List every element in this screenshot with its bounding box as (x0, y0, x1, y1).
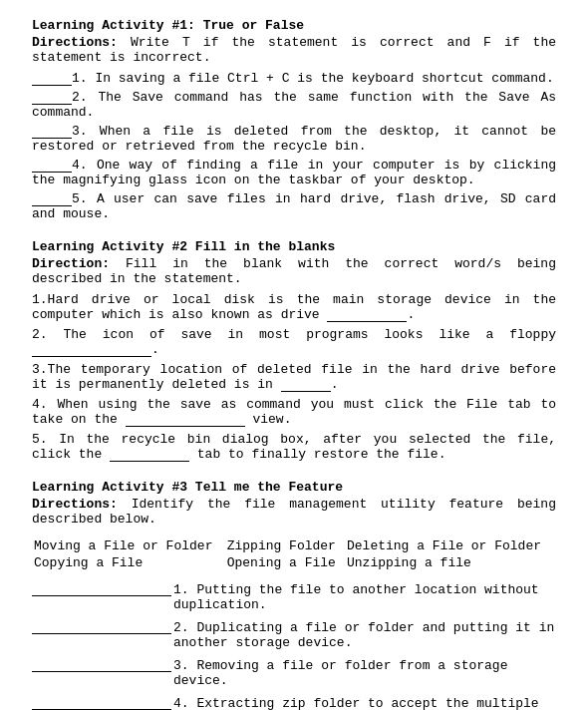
blank-a1[interactable] (327, 308, 407, 322)
activity3-text1: 1. Putting the file to another location … (173, 582, 556, 612)
activity1-item5: 5. A user can save files in hard drive, … (32, 191, 556, 221)
activity1-title: Learning Activity #1: True or False (32, 18, 556, 33)
activity3-directions-label: Directions: (32, 497, 118, 512)
activity3-text4: 4. Extracting zip folder to accept the m… (173, 696, 556, 711)
activity1-section: Learning Activity #1: True or False Dire… (32, 18, 556, 221)
blank-3[interactable] (32, 125, 72, 139)
activity1-item1: 1. In saving a file Ctrl + C is the keyb… (32, 71, 556, 86)
activity1-directions-label: Directions: (32, 35, 118, 50)
activity2-item1: 1.Hard drive or local disk is the main s… (32, 292, 556, 322)
blank-a5[interactable] (110, 448, 189, 462)
blank-2[interactable] (32, 91, 72, 105)
activity1-item4: 4. One way of finding a file in your com… (32, 158, 556, 187)
activity3-text2: 2. Duplicating a file or folder and putt… (173, 620, 556, 650)
option-deleting: Deleting a File or Folder (347, 538, 554, 553)
blank-b2[interactable] (32, 620, 171, 634)
options-table: Moving a File or Folder Zipping Folder D… (32, 536, 556, 572)
activity2-directions-text: Fill in the blank with the correct word/… (32, 256, 556, 286)
activity2-title: Learning Activity #2 Fill in the blanks (32, 239, 556, 254)
blank-a3[interactable] (281, 378, 331, 392)
option-copying: Copying a File (34, 555, 225, 570)
blank-5[interactable] (32, 192, 72, 206)
activity3-title: Learning Activity #3 Tell me the Feature (32, 480, 556, 495)
activity1-directions: Directions: Write T if the statement is … (32, 35, 556, 65)
activity2-item2: 2. The icon of save in most programs loo… (32, 327, 556, 357)
activity3-text3: 3. Removing a file or folder from a stor… (173, 658, 556, 688)
activity3-item3: 3. Removing a file or folder from a stor… (32, 658, 556, 688)
blank-b4[interactable] (32, 696, 171, 710)
blank-a2[interactable] (32, 343, 151, 357)
blank-b1[interactable] (32, 582, 171, 596)
activity3-item2: 2. Duplicating a file or folder and putt… (32, 620, 556, 650)
activity3-section: Learning Activity #3 Tell me the Feature… (32, 480, 556, 711)
activity3-item1: 1. Putting the file to another location … (32, 582, 556, 612)
activity1-item3: 3. When a file is deleted from the deskt… (32, 124, 556, 154)
blank-1[interactable] (32, 72, 72, 86)
activity3-item4: 4. Extracting zip folder to accept the m… (32, 696, 556, 711)
blank-4[interactable] (32, 159, 72, 173)
option-moving: Moving a File or Folder (34, 538, 225, 553)
activity2-item4: 4. When using the save as command you mu… (32, 397, 556, 427)
activity2-directions-label: Direction: (32, 256, 110, 271)
activity2-item3: 3.The temporary location of deleted file… (32, 362, 556, 392)
activity2-items: 1.Hard drive or local disk is the main s… (32, 292, 556, 462)
option-unzipping: Unzipping a file (347, 555, 554, 570)
option-zipping: Zipping Folder (227, 538, 345, 553)
activity2-directions: Direction: Fill in the blank with the co… (32, 256, 556, 286)
activity2-section: Learning Activity #2 Fill in the blanks … (32, 239, 556, 462)
activity2-item5: 5. In the recycle bin dialog box, after … (32, 432, 556, 462)
activity3-directions: Directions: Identify the file management… (32, 497, 556, 527)
blank-a4[interactable] (126, 413, 245, 427)
option-opening: Opening a File (227, 555, 345, 570)
blank-b3[interactable] (32, 658, 171, 672)
activity1-item2: 2. The Save command has the same functio… (32, 90, 556, 120)
